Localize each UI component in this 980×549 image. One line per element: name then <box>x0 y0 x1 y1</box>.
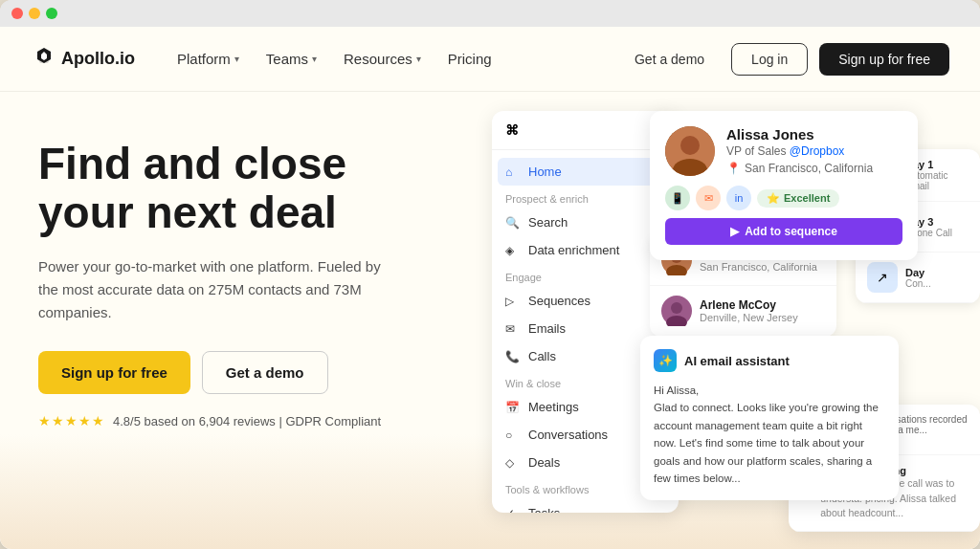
badge-linkedin: in <box>726 186 751 210</box>
meetings-icon: 📅 <box>505 401 521 414</box>
contact-title: VP of Sales @Dropbox <box>726 144 902 158</box>
star-icon: ⭐ <box>767 192 780 205</box>
svg-point-7 <box>671 302 682 314</box>
logo-icon <box>31 46 57 73</box>
chevron-down-icon: ▾ <box>416 54 421 64</box>
contact-info: Alissa Jones VP of Sales @Dropbox 📍 San … <box>726 126 902 176</box>
email-icon: ✉ <box>505 322 521 336</box>
person-info: Arlene McCoy Denville, New Jersey <box>700 298 798 323</box>
search-icon: 🔍 <box>505 216 521 230</box>
chevron-down-icon: ▾ <box>312 54 317 64</box>
ai-panel-body: Hi Alissa, Glad to connect. Looks like y… <box>654 382 885 487</box>
navbar: Apollo.io Platform ▾ Teams ▾ Resources ▾… <box>0 27 980 92</box>
tasks-icon: ✓ <box>505 507 521 514</box>
contact-company: @Dropbox <box>790 144 845 158</box>
nav-pricing[interactable]: Pricing <box>436 43 503 75</box>
maximize-button[interactable] <box>46 8 57 19</box>
star-rating: ★★★★★ <box>38 413 105 428</box>
sidebar-item-home[interactable]: ⌂ Home <box>498 158 673 186</box>
sidebar-item-tasks[interactable]: ✓ Tasks <box>492 499 679 513</box>
get-demo-link[interactable]: Get a demo <box>619 44 720 75</box>
demo-button-hero[interactable]: Get a demo <box>202 351 328 394</box>
close-button[interactable] <box>11 8 23 19</box>
nav-teams[interactable]: Teams ▾ <box>255 43 328 75</box>
connect-sequence-icon: ↗ <box>867 262 898 293</box>
ai-email-panel: ✨ AI email assistant Hi Alissa, Glad to … <box>640 336 899 500</box>
sequences-icon: ▷ <box>505 295 521 308</box>
hero-buttons: Sign up for free Get a demo <box>38 351 402 394</box>
contact-top: Alissa Jones VP of Sales @Dropbox 📍 San … <box>665 126 902 176</box>
ai-panel-header: ✨ AI email assistant <box>654 349 885 372</box>
ai-icon: ✨ <box>654 349 677 372</box>
review-text: 4.8/5 based on 6,904 reviews | GDPR Comp… <box>113 414 381 428</box>
sequence-item-info: Day Con... <box>905 267 931 289</box>
contact-card: Alissa Jones VP of Sales @Dropbox 📍 San … <box>650 111 918 260</box>
badge-email: ✉ <box>696 186 721 210</box>
quality-badge: ⭐ Excellent <box>757 189 839 208</box>
reviews: ★★★★★ 4.8/5 based on 6,904 reviews | GDP… <box>38 413 402 428</box>
minimize-button[interactable] <box>29 8 40 19</box>
page-content: Apollo.io Platform ▾ Teams ▾ Resources ▾… <box>0 27 980 549</box>
hero-section: Find and close your next deal Power your… <box>0 92 980 428</box>
nav-right: Get a demo Log in Sign up for free <box>619 43 949 76</box>
ai-panel-title: AI email assistant <box>684 354 790 368</box>
list-item[interactable]: Arlene McCoy Denville, New Jersey <box>650 286 836 337</box>
avatar <box>661 296 692 326</box>
chevron-down-icon: ▾ <box>234 54 239 64</box>
hero-title: Find and close your next deal <box>38 140 402 236</box>
contact-location: 📍 San Francisco, California <box>726 162 902 175</box>
svg-point-1 <box>680 136 700 155</box>
play-icon: ▶ <box>730 225 739 238</box>
nav-links: Platform ▾ Teams ▾ Resources ▾ Pricing <box>166 43 619 75</box>
contact-name: Alissa Jones <box>726 126 902 143</box>
home-icon: ⌂ <box>505 165 521 179</box>
nav-platform[interactable]: Platform ▾ <box>166 43 251 75</box>
nav-resources[interactable]: Resources ▾ <box>332 43 433 75</box>
data-icon: ◈ <box>505 244 521 257</box>
signup-button-hero[interactable]: Sign up for free <box>38 351 190 394</box>
avatar <box>665 126 715 176</box>
avatar-image <box>665 126 715 176</box>
app-preview: ⌘ ⊞ ⌂ Home Prospect & enrich 🔍 Search <box>492 111 980 532</box>
browser-window: Apollo.io Platform ▾ Teams ▾ Resources ▾… <box>0 0 980 549</box>
browser-titlebar <box>0 0 980 27</box>
conversations-icon: ○ <box>505 428 521 442</box>
signup-button-nav[interactable]: Sign up for free <box>819 43 949 76</box>
badge-phone: 📱 <box>665 186 690 210</box>
sidebar-logo-icon: ⌘ <box>505 122 519 138</box>
hero-text: Find and close your next deal Power your… <box>38 130 402 428</box>
location-icon: 📍 <box>726 162 741 175</box>
login-button[interactable]: Log in <box>731 43 808 76</box>
calls-icon: 📞 <box>505 350 521 363</box>
add-sequence-button[interactable]: ▶ Add to sequence <box>665 218 902 245</box>
hero-subtitle: Power your go-to-market with one platfor… <box>38 255 402 324</box>
logo[interactable]: Apollo.io <box>31 46 135 73</box>
contact-badges: 📱 ✉ in ⭐ Excellent <box>665 186 902 210</box>
deals-icon: ◇ <box>505 456 521 470</box>
